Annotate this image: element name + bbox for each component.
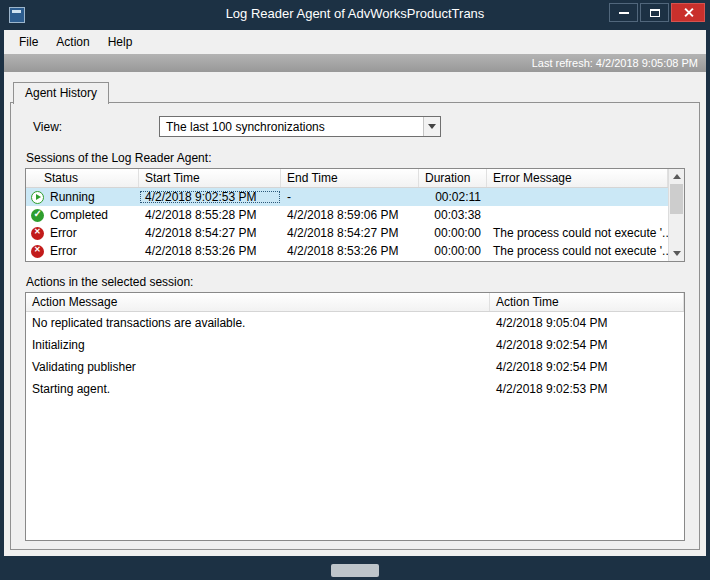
titlebar[interactable]: Log Reader Agent of AdvWorksProductTrans [0, 0, 710, 30]
action-row[interactable]: Initializing 4/2/2018 9:02:54 PM [26, 334, 684, 356]
chevron-down-icon[interactable] [423, 117, 440, 136]
session-start-time: 4/2/2018 8:54:27 PM [139, 226, 281, 240]
session-row[interactable]: Completed 4/2/2018 8:55:28 PM 4/2/2018 8… [26, 206, 668, 224]
action-time: 4/2/2018 9:05:04 PM [490, 316, 684, 330]
session-status: Completed [50, 208, 108, 222]
window-title: Log Reader Agent of AdvWorksProductTrans [0, 0, 710, 30]
close-button[interactable] [671, 3, 705, 22]
actions-header-row: Action Message Action Time [26, 293, 684, 312]
action-message: No replicated transactions are available… [26, 316, 490, 330]
session-end-time: - [281, 190, 419, 204]
maximize-icon [650, 9, 660, 17]
session-error: The process could not execute '... [487, 226, 668, 240]
column-header-error-message[interactable]: Error Message [487, 169, 668, 187]
action-time: 4/2/2018 9:02:54 PM [490, 360, 684, 374]
window: Log Reader Agent of AdvWorksProductTrans… [0, 0, 710, 580]
column-header-end-time[interactable]: End Time [281, 169, 419, 187]
column-header-start-time[interactable]: Start Time [139, 169, 281, 187]
window-grip[interactable] [331, 564, 379, 577]
sessions-header-row: Status Start Time End Time Duration Erro… [26, 169, 668, 188]
menu-file[interactable]: File [10, 32, 47, 52]
session-row[interactable]: Error 4/2/2018 8:53:26 PM 4/2/2018 8:53:… [26, 242, 668, 260]
session-end-time: 4/2/2018 8:53:26 PM [281, 244, 419, 258]
menubar: File Action Help [4, 30, 706, 54]
error-icon [31, 245, 44, 258]
session-status: Error [50, 226, 77, 240]
action-time: 4/2/2018 9:02:54 PM [490, 338, 684, 352]
actions-table: Action Message Action Time No replicated… [25, 292, 685, 541]
session-end-time: 4/2/2018 8:59:06 PM [281, 208, 419, 222]
scroll-up-icon[interactable] [669, 169, 684, 184]
scrollbar-track[interactable] [669, 184, 684, 246]
minimize-button[interactable] [609, 3, 638, 22]
action-message: Initializing [26, 338, 490, 352]
session-error: The process could not execute '... [487, 244, 668, 258]
sessions-scrollbar[interactable] [668, 169, 684, 261]
session-status: Running [50, 190, 95, 204]
action-row[interactable]: Starting agent. 4/2/2018 9:02:53 PM [26, 378, 684, 400]
close-icon [683, 7, 694, 18]
session-row[interactable]: Running 4/2/2018 9:02:53 PM - 00:02:11 [26, 188, 668, 206]
scrollbar-thumb[interactable] [670, 184, 683, 214]
last-refresh-bar: Last refresh: 4/2/2018 9:05:08 PM [4, 54, 706, 72]
action-time: 4/2/2018 9:02:53 PM [490, 382, 684, 396]
action-message: Validating publisher [26, 360, 490, 374]
client-area: File Action Help Last refresh: 4/2/2018 … [4, 30, 706, 556]
session-row[interactable]: Error 4/2/2018 8:54:27 PM 4/2/2018 8:54:… [26, 224, 668, 242]
session-start-time: 4/2/2018 9:02:53 PM [139, 190, 281, 204]
agent-history-panel: View: The last 100 synchronizations Sess… [10, 102, 700, 550]
tab-agent-history[interactable]: Agent History [13, 82, 109, 104]
scroll-down-icon[interactable] [669, 246, 684, 261]
window-controls [607, 3, 705, 22]
last-refresh-text: Last refresh: 4/2/2018 9:05:08 PM [532, 57, 698, 69]
completed-icon [31, 209, 44, 222]
actions-label: Actions in the selected session: [26, 275, 699, 289]
column-header-duration[interactable]: Duration [419, 169, 487, 187]
sessions-table: Status Start Time End Time Duration Erro… [25, 168, 685, 262]
session-start-time: 4/2/2018 8:55:28 PM [139, 208, 281, 222]
tabstrip: Agent History [13, 81, 706, 102]
view-row: View: The last 100 synchronizations [33, 116, 699, 137]
action-row[interactable]: Validating publisher 4/2/2018 9:02:54 PM [26, 356, 684, 378]
view-dropdown[interactable]: The last 100 synchronizations [159, 116, 441, 137]
column-header-status[interactable]: Status [26, 169, 139, 187]
error-icon [31, 227, 44, 240]
session-duration: 00:00:00 [419, 244, 487, 258]
column-header-action-message[interactable]: Action Message [26, 293, 490, 311]
sessions-label: Sessions of the Log Reader Agent: [26, 151, 699, 165]
session-start-time: 4/2/2018 8:53:26 PM [139, 244, 281, 258]
running-icon [31, 191, 44, 204]
session-end-time: 4/2/2018 8:54:27 PM [281, 226, 419, 240]
session-duration: 00:02:11 [419, 190, 487, 204]
view-dropdown-value: The last 100 synchronizations [160, 120, 423, 134]
action-row[interactable]: No replicated transactions are available… [26, 312, 684, 334]
action-message: Starting agent. [26, 382, 490, 396]
column-header-action-time[interactable]: Action Time [490, 293, 684, 311]
view-label: View: [33, 120, 159, 134]
session-duration: 00:00:00 [419, 226, 487, 240]
maximize-button[interactable] [640, 3, 669, 22]
session-duration: 00:03:38 [419, 208, 487, 222]
minimize-icon [619, 12, 629, 14]
session-status: Error [50, 244, 77, 258]
menu-action[interactable]: Action [47, 32, 98, 52]
menu-help[interactable]: Help [99, 32, 142, 52]
